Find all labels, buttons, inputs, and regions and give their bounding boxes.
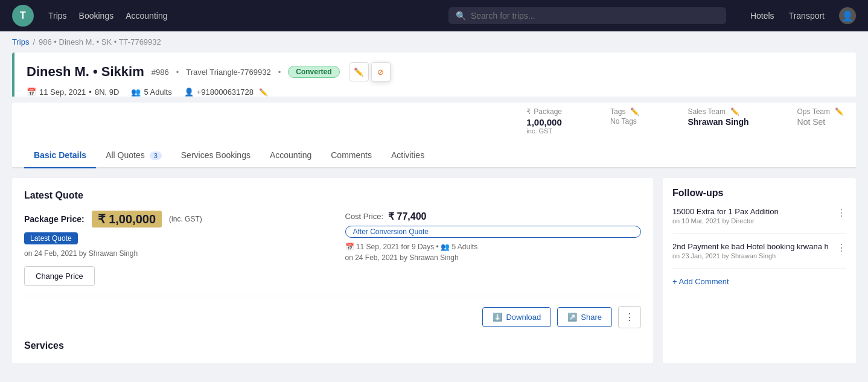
navbar-links: Trips Bookings Accounting xyxy=(48,11,167,21)
breadcrumb-separator: / xyxy=(33,37,35,46)
tab-comments[interactable]: Comments xyxy=(321,143,381,168)
trip-info-bar: ₹ Package 1,00,000 inc. GST Tags ✏️ No T… xyxy=(12,103,856,143)
right-quote-info: Cost Price: ₹ 77,400 After Conversion Qu… xyxy=(345,211,642,262)
adults-icon: 👥 xyxy=(131,88,141,97)
download-button[interactable]: ⬇️ Download xyxy=(482,307,551,327)
followup-more-1[interactable]: ⋮ xyxy=(837,242,846,253)
package-price-block: ₹ Package 1,00,000 inc. GST xyxy=(526,107,562,135)
cost-price-amount: ₹ 77,400 xyxy=(388,211,426,222)
search-input[interactable] xyxy=(471,11,719,21)
phone-edit-icon[interactable]: ✏️ xyxy=(259,88,268,97)
package-price-value: 1,00,000 xyxy=(526,117,562,127)
followup-content-1: 2nd Payment ke bad Hotel booking krwana … xyxy=(672,242,834,259)
sales-team-value: Shrawan Singh xyxy=(688,117,748,127)
ops-team-label: Ops Team ✏️ xyxy=(797,107,844,116)
all-quotes-badge: 3 xyxy=(150,151,162,160)
calendar-icon: 📅 xyxy=(27,88,36,97)
share-icon: ↗️ xyxy=(567,313,577,322)
trip-name: Dinesh M. • Sikkim xyxy=(27,64,144,80)
tab-all-quotes[interactable]: All Quotes 3 xyxy=(96,143,171,168)
change-price-button[interactable]: Change Price xyxy=(24,266,95,286)
navbar-link-trips[interactable]: Trips xyxy=(48,11,67,21)
after-conversion-badge: After Conversion Quote xyxy=(345,226,642,238)
share-button[interactable]: ↗️ Share xyxy=(557,307,612,327)
followups-title: Follow-ups xyxy=(672,188,846,199)
app-logo[interactable]: T xyxy=(12,5,34,27)
cancel-button[interactable]: ⊘ xyxy=(371,62,391,81)
sales-team-label: Sales Team ✏️ xyxy=(688,107,748,116)
ops-team-edit-icon[interactable]: ✏️ xyxy=(835,107,844,116)
user-icon[interactable]: 👤 xyxy=(839,7,856,24)
trip-adults: 👥 5 Adults xyxy=(131,88,171,97)
trip-meta-row: 📅 11 Sep, 2021 • 8N, 9D 👥 5 Adults 👤 +91… xyxy=(27,88,844,97)
sales-team-block: Sales Team ✏️ Shrawan Singh xyxy=(688,107,748,127)
tags-block: Tags ✏️ No Tags xyxy=(610,107,639,126)
followup-content-0: 15000 Extra for 1 Pax Addition on 10 Mar… xyxy=(672,207,783,224)
trip-id: #986 xyxy=(152,68,169,77)
navbar-link-hotels[interactable]: Hotels xyxy=(750,11,774,21)
tab-accounting[interactable]: Accounting xyxy=(260,143,321,168)
package-price-label: ₹ Package xyxy=(526,107,562,116)
navbar: T Trips Bookings Accounting 🔍 Hotels Tra… xyxy=(0,0,868,31)
edit-button[interactable]: ✏️ xyxy=(349,62,369,81)
followup-text-1: 2nd Payment ke bad Hotel booking krwana … xyxy=(672,242,834,251)
package-price-label: Package Price: xyxy=(24,214,85,224)
package-price-note: inc. GST xyxy=(526,127,562,135)
person-icon: 👤 xyxy=(184,88,194,97)
right-panel: Follow-ups 15000 Extra for 1 Pax Additio… xyxy=(663,178,856,363)
status-badge: Converted xyxy=(288,66,339,78)
inc-gst-note: (inc. GST) xyxy=(169,215,202,223)
rupee-icon: ₹ xyxy=(526,107,531,116)
cost-price-row: Cost Price: ₹ 77,400 xyxy=(345,211,642,222)
tab-activities[interactable]: Activities xyxy=(381,143,434,168)
followup-more-0[interactable]: ⋮ xyxy=(837,207,846,218)
quote-body: Package Price: ₹ 1,00,000 (inc. GST) Lat… xyxy=(24,211,641,286)
trip-title-row: Dinesh M. • Sikkim #986 • Travel Triangl… xyxy=(27,62,844,81)
navbar-link-bookings[interactable]: Bookings xyxy=(79,11,114,21)
cost-calendar-icon: 📅 xyxy=(345,243,354,251)
navbar-link-accounting[interactable]: Accounting xyxy=(126,11,167,21)
more-options-button[interactable]: ⋮ xyxy=(618,306,641,328)
package-price-row: Package Price: ₹ 1,00,000 (inc. GST) xyxy=(24,211,321,228)
search-icon: 🔍 xyxy=(456,11,466,21)
breadcrumb-current: 986 • Dinesh M. • SK • TT-7769932 xyxy=(39,37,161,46)
navbar-right: Hotels Transport 👤 xyxy=(750,7,856,24)
tabs-bar: Basic Details All Quotes 3 Services Book… xyxy=(12,143,856,168)
tags-label: Tags ✏️ xyxy=(610,107,639,116)
download-icon: ⬇️ xyxy=(493,313,502,322)
cost-price-label: Cost Price: xyxy=(345,212,384,221)
ops-team-value: Not Set xyxy=(797,117,844,127)
ops-team-block: Ops Team ✏️ Not Set xyxy=(797,107,844,127)
page-container: Dinesh M. • Sikkim #986 • Travel Triangl… xyxy=(0,53,868,375)
sales-team-edit-icon[interactable]: ✏️ xyxy=(730,107,739,116)
tags-value: No Tags xyxy=(610,117,639,126)
latest-quote-title: Latest Quote xyxy=(24,190,641,201)
trip-header: Dinesh M. • Sikkim #986 • Travel Triangl… xyxy=(12,53,856,97)
trip-date: 📅 11 Sep, 2021 • 8N, 9D xyxy=(27,88,119,97)
package-price-amount: ₹ 1,00,000 xyxy=(92,211,162,228)
services-title: Services xyxy=(24,340,641,351)
left-quote-info: Package Price: ₹ 1,00,000 (inc. GST) Lat… xyxy=(24,211,321,286)
quote-actions-row: ⬇️ Download ↗️ Share ⋮ xyxy=(24,296,641,328)
navbar-link-transport[interactable]: Transport xyxy=(789,11,825,21)
add-comment-button[interactable]: + Add Comment xyxy=(672,277,846,286)
main-content: Latest Quote Package Price: ₹ 1,00,000 (… xyxy=(12,178,856,363)
left-panel: Latest Quote Package Price: ₹ 1,00,000 (… xyxy=(12,178,653,363)
followup-meta-1: on 23 Jan, 2021 by Shrawan Singh xyxy=(672,252,834,259)
tab-basic-details[interactable]: Basic Details xyxy=(24,143,96,168)
quote-created-on: on 24 Feb, 2021 by Shrawan Singh xyxy=(24,249,321,258)
cost-created-on: on 24 Feb, 2021 by Shrawan Singh xyxy=(345,253,642,262)
breadcrumb-trips[interactable]: Trips xyxy=(12,37,29,46)
latest-quote-badge: Latest Quote xyxy=(24,232,78,244)
search-bar[interactable]: 🔍 xyxy=(448,7,726,24)
cost-date-adults: 📅 11 Sep, 2021 for 9 Days • 👥 5 Adults xyxy=(345,243,642,251)
followup-text-0: 15000 Extra for 1 Pax Addition xyxy=(672,207,783,216)
breadcrumb: Trips / 986 • Dinesh M. • SK • TT-776993… xyxy=(0,31,868,53)
cost-adults-icon: 👥 xyxy=(441,243,450,251)
trip-phone: 👤 +918000631728 ✏️ xyxy=(184,88,268,97)
followup-meta-0: on 10 Mar, 2021 by Director xyxy=(672,217,783,224)
trip-provider: Travel Triangle-7769932 xyxy=(186,68,270,77)
followup-item-1: 2nd Payment ke bad Hotel booking krwana … xyxy=(672,242,846,269)
tab-services-bookings[interactable]: Services Bookings xyxy=(171,143,260,168)
tags-edit-icon[interactable]: ✏️ xyxy=(630,107,639,116)
